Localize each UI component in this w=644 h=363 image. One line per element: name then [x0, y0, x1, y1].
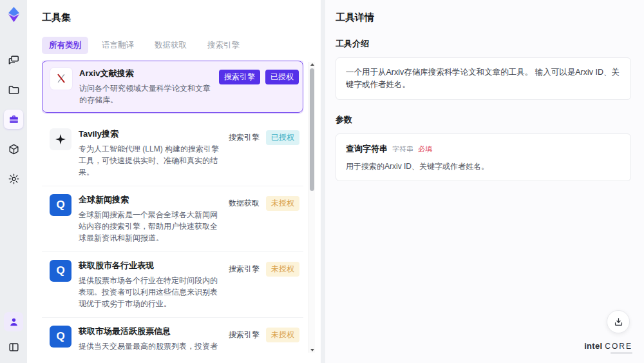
status-badge-unauthorized: 未授权 — [266, 328, 299, 342]
tool-desc: 提供股票市场各个行业在特定时间段内的表现。投资者可以利用这些信息来识别表现优于或… — [79, 275, 220, 309]
tool-row-global-news[interactable]: Q 全球新闻搜索 全球新闻搜索是一个聚合全球各大新闻网站内容的搜索引擎，帮助用户… — [42, 186, 303, 252]
tool-name: 全球新闻搜索 — [79, 194, 220, 206]
category-badge: 搜索引擎 — [219, 70, 260, 84]
app-logo-icon — [5, 6, 23, 23]
status-badge-authorized: 已授权 — [265, 70, 299, 84]
intro-card: 一个用于从Arxiv存储库搜索科学论文和文章的工具。 输入可以是Arxiv ID… — [336, 57, 631, 100]
tool-row-active-stocks[interactable]: Q 获取市场最活跃股票信息 提供当天交易量最高的股票列表，投资者可以利用这些信息… — [42, 318, 303, 354]
status-badge-unauthorized: 未授权 — [266, 262, 299, 277]
tool-desc: 专为人工智能代理 (LLM) 构建的搜索引擎工具，可快速提供实时、准确和真实的结… — [79, 143, 220, 178]
tool-row-arxiv[interactable]: Arxiv文献搜索 访问各个研究领域大量科学论文和文章的存储库。 搜索引擎 已授… — [42, 61, 303, 113]
tab-search-engine[interactable]: 搜索引擎 — [200, 37, 247, 54]
chat-icon[interactable] — [4, 50, 23, 70]
category-label: 搜索引擎 — [227, 328, 261, 342]
settings-gear-icon[interactable] — [4, 169, 23, 188]
core-wordmark: core — [605, 342, 632, 351]
tool-name: Tavily搜索 — [79, 128, 220, 140]
category-label: 搜索引擎 — [227, 130, 261, 145]
download-button[interactable] — [607, 310, 630, 333]
status-badge-authorized: 已授权 — [266, 130, 299, 145]
rail-bottom — [4, 312, 23, 357]
tab-language-translation[interactable]: 语言翻译 — [95, 37, 141, 54]
intro-text: 一个用于从Arxiv存储库搜索科学论文和文章的工具。 输入可以是Arxiv ID… — [346, 68, 620, 89]
tool-list-panel: 工具集 所有类别 语言翻译 数据获取 搜索引擎 Arxiv文献搜索 — [27, 0, 321, 363]
tool-row-tavily[interactable]: Tavily搜索 专为人工智能代理 (LLM) 构建的搜索引擎工具，可快速提供实… — [42, 121, 303, 186]
tool-name: 获取市场最活跃股票信息 — [79, 326, 220, 337]
blue-q-icon: Q — [50, 194, 71, 216]
category-tabs: 所有类别 语言翻译 数据获取 搜索引擎 — [42, 37, 321, 54]
rail-nav — [4, 50, 23, 188]
tool-name: 获取股市各行业表现 — [79, 260, 220, 271]
param-card: 查询字符串 字符串 必填 用于搜索的Arxiv ID、关键字或作者姓名。 — [336, 133, 631, 182]
tool-list: Arxiv文献搜索 访问各个研究领域大量科学论文和文章的存储库。 搜索引擎 已授… — [42, 61, 315, 354]
intel-core-logo: intel core — [584, 341, 632, 354]
list-scrollbar[interactable] — [308, 62, 315, 353]
tab-data-fetch[interactable]: 数据获取 — [147, 37, 194, 54]
cube-icon[interactable] — [4, 139, 23, 159]
param-type: 字符串 — [392, 144, 413, 155]
scroll-up-icon[interactable] — [310, 63, 314, 66]
user-avatar-icon[interactable] — [4, 312, 23, 331]
param-required-flag: 必填 — [418, 144, 432, 155]
left-rail — [0, 0, 27, 363]
detail-title: 工具详情 — [336, 12, 631, 24]
scroll-down-icon[interactable] — [310, 349, 314, 351]
scrollbar-thumb[interactable] — [310, 68, 314, 191]
tab-all-categories[interactable]: 所有类别 — [42, 37, 88, 54]
tool-desc: 提供当天交易量最高的股票列表，投资者可以利用这些信息来识别流动性强的股票和潜在的… — [79, 340, 220, 354]
folder-icon[interactable] — [4, 80, 23, 99]
collapse-panel-icon[interactable] — [4, 337, 23, 357]
app-window: 工具集 所有类别 语言翻译 数据获取 搜索引擎 Arxiv文献搜索 — [0, 0, 644, 363]
category-label: 搜索引擎 — [227, 262, 261, 277]
brand-underline — [611, 352, 632, 354]
param-desc: 用于搜索的Arxiv ID、关键字或作者姓名。 — [346, 161, 621, 172]
param-name: 查询字符串 — [346, 142, 388, 155]
category-label: 数据获取 — [227, 196, 261, 211]
blue-q-icon: Q — [50, 260, 71, 282]
tool-detail-panel: 工具详情 工具介绍 一个用于从Arxiv存储库搜索科学论文和文章的工具。 输入可… — [325, 0, 644, 363]
tool-row-stock-sectors[interactable]: Q 获取股市各行业表现 提供股票市场各个行业在特定时间段内的表现。投资者可以利用… — [42, 252, 303, 318]
toolbox-icon-active-nav[interactable] — [4, 110, 23, 129]
status-badge-unauthorized: 未授权 — [266, 196, 299, 211]
tool-desc: 全球新闻搜索是一个聚合全球各大新闻网站内容的搜索引擎，帮助用户快速获取全球最新资… — [79, 209, 220, 244]
arxiv-icon — [50, 68, 72, 90]
page-title: 工具集 — [42, 12, 321, 24]
download-icon — [613, 317, 624, 328]
blue-q-icon: Q — [50, 326, 71, 348]
params-heading: 参数 — [336, 114, 631, 126]
intro-heading: 工具介绍 — [336, 38, 631, 50]
tavily-sparkle-icon — [50, 128, 71, 150]
tool-desc: 访问各个研究领域大量科学论文和文章的存储库。 — [79, 83, 212, 106]
tool-name: Arxiv文献搜索 — [79, 68, 212, 79]
intel-wordmark: intel — [584, 341, 602, 351]
